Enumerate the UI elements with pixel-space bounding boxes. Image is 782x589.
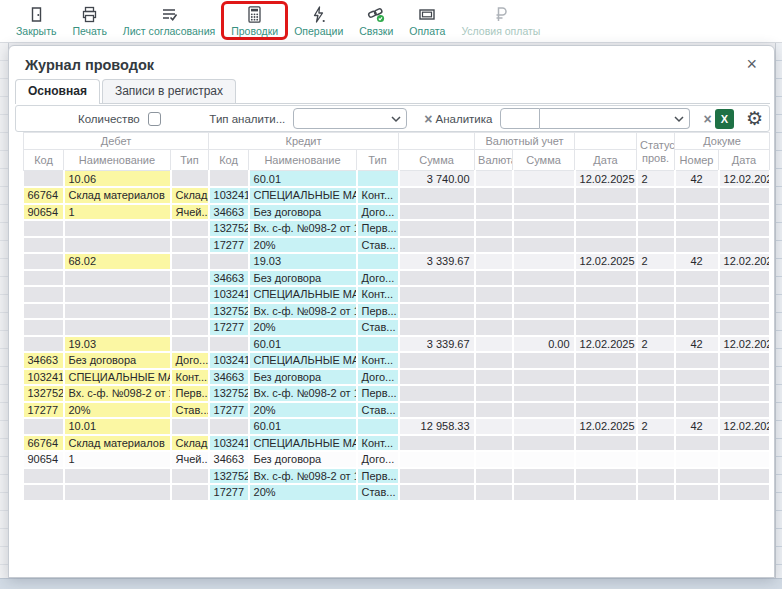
table-cell[interactable] (575, 402, 637, 419)
table-cell[interactable] (675, 402, 719, 419)
table-cell[interactable] (675, 237, 719, 254)
table-cell[interactable] (475, 204, 513, 221)
table-cell[interactable] (24, 286, 64, 303)
table-cell[interactable] (171, 468, 209, 485)
table-cell[interactable]: Конт... (357, 435, 399, 452)
column-header-status[interactable]: Статус пров. (637, 133, 675, 171)
table-cell[interactable]: 3 339.67 (399, 336, 475, 353)
table-cell[interactable] (675, 204, 719, 221)
table-cell[interactable] (171, 484, 209, 501)
table-cell[interactable]: 20% (249, 319, 357, 336)
table-cell[interactable]: Став... (357, 402, 399, 419)
table-cell[interactable]: СПЕЦИАЛЬНЫЕ МАТ... (249, 187, 357, 204)
table-cell[interactable] (675, 451, 719, 468)
table-cell[interactable] (575, 451, 637, 468)
table-cell[interactable] (513, 451, 575, 468)
column-header-currency[interactable]: Валюта (475, 150, 513, 171)
table-cell[interactable] (209, 418, 249, 435)
column-header-date2[interactable]: Дата (719, 150, 770, 171)
table-cell[interactable]: 66764 (24, 187, 64, 204)
table-cell[interactable]: 60.01 (249, 171, 357, 188)
clear-analytics-icon[interactable]: × (700, 111, 714, 127)
tab-register-entries[interactable]: Записи в регистрах (102, 79, 236, 103)
table-cell[interactable] (64, 220, 171, 237)
table-cell[interactable]: 12.02.2025 (719, 253, 770, 270)
table-cell[interactable]: 103241 (209, 286, 249, 303)
table-cell[interactable]: Ячей... (171, 451, 209, 468)
table-cell[interactable] (675, 484, 719, 501)
table-cell[interactable]: 12.02.2025 (719, 418, 770, 435)
table-cell[interactable] (575, 187, 637, 204)
table-cell[interactable] (64, 484, 171, 501)
table-cell[interactable]: 19.03 (64, 336, 171, 353)
table-cell[interactable] (64, 270, 171, 287)
table-cell[interactable]: Дого... (357, 369, 399, 386)
table-cell[interactable]: 17277 (24, 402, 64, 419)
table-cell[interactable] (475, 484, 513, 501)
table-cell[interactable] (575, 237, 637, 254)
table-cell[interactable] (719, 402, 770, 419)
table-cell[interactable] (475, 352, 513, 369)
table-cell[interactable]: 66764 (24, 435, 64, 452)
table-cell[interactable] (637, 319, 675, 336)
table-cell[interactable]: 132752 (209, 303, 249, 320)
gear-icon[interactable]: ⚙ (746, 109, 763, 129)
table-cell[interactable] (719, 468, 770, 485)
table-cell[interactable]: Став... (357, 237, 399, 254)
table-cell[interactable]: 17277 (209, 484, 249, 501)
table-cell[interactable]: 34663 (209, 204, 249, 221)
table-cell[interactable] (475, 253, 513, 270)
table-cell[interactable]: 10.01 (64, 418, 171, 435)
table-cell[interactable] (513, 484, 575, 501)
table-cell[interactable]: Конт... (357, 187, 399, 204)
table-cell[interactable] (171, 286, 209, 303)
print-button[interactable]: Печать (64, 3, 114, 38)
table-cell[interactable] (209, 336, 249, 353)
table-cell[interactable] (719, 352, 770, 369)
table-cell[interactable]: Вх. с-ф. №098-2 от 12... (249, 303, 357, 320)
table-cell[interactable]: 60.01 (249, 418, 357, 435)
table-cell[interactable] (637, 402, 675, 419)
table-cell[interactable] (399, 451, 475, 468)
table-cell[interactable]: 132752 (209, 220, 249, 237)
table-cell[interactable]: 34663 (209, 270, 249, 287)
table-cell[interactable] (637, 270, 675, 287)
table-cell[interactable]: 1 (64, 451, 171, 468)
table-cell[interactable]: 103241 (209, 435, 249, 452)
operations-button[interactable]: Операции (286, 3, 351, 38)
table-cell[interactable]: 2 (637, 336, 675, 353)
table-cell[interactable] (357, 253, 399, 270)
table-cell[interactable]: 17277 (209, 402, 249, 419)
table-cell[interactable] (575, 385, 637, 402)
table-cell[interactable] (637, 369, 675, 386)
table-cell[interactable] (475, 402, 513, 419)
table-cell[interactable] (575, 352, 637, 369)
table-cell[interactable] (719, 220, 770, 237)
table-cell[interactable] (399, 484, 475, 501)
table-cell[interactable]: 42 (675, 171, 719, 188)
table-cell[interactable] (475, 468, 513, 485)
table-cell[interactable] (719, 237, 770, 254)
table-cell[interactable] (24, 336, 64, 353)
table-cell[interactable] (64, 303, 171, 320)
table-cell[interactable] (513, 286, 575, 303)
table-cell[interactable] (675, 220, 719, 237)
table-cell[interactable] (171, 270, 209, 287)
table-cell[interactable] (513, 187, 575, 204)
table-cell[interactable] (675, 303, 719, 320)
table-cell[interactable] (171, 303, 209, 320)
table-cell[interactable] (399, 237, 475, 254)
table-cell[interactable]: 12.02.2025 (575, 418, 637, 435)
table-cell[interactable]: Конт... (357, 352, 399, 369)
table-cell[interactable] (637, 385, 675, 402)
table-cell[interactable] (171, 237, 209, 254)
table-cell[interactable] (513, 270, 575, 287)
table-cell[interactable] (171, 319, 209, 336)
table-cell[interactable] (513, 253, 575, 270)
column-header-number[interactable]: Номер (675, 150, 719, 171)
table-cell[interactable] (399, 402, 475, 419)
table-cell[interactable] (399, 435, 475, 452)
table-cell[interactable]: Без договора (64, 352, 171, 369)
table-cell[interactable] (675, 468, 719, 485)
table-cell[interactable] (513, 402, 575, 419)
